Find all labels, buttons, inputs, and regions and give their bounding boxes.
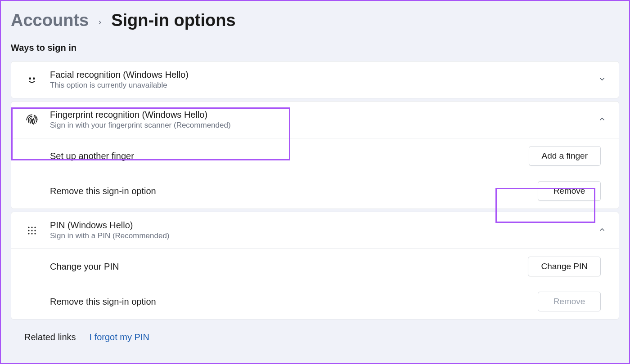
card-body-pin: Change your PIN Change PIN Remove this s… [11, 249, 619, 319]
svg-point-3 [31, 226, 32, 228]
svg-point-7 [34, 230, 36, 231]
chevron-up-icon [598, 115, 606, 125]
row-remove-pin: Remove this sign-in option Remove [11, 284, 619, 319]
card-text-pin: PIN (Windows Hello) Sign in with a PIN (… [50, 220, 598, 240]
svg-point-6 [31, 230, 32, 231]
add-finger-button[interactable]: Add a finger [529, 146, 601, 166]
remove-pin-button: Remove [538, 292, 601, 311]
face-icon [25, 73, 39, 87]
breadcrumb-parent[interactable]: Accounts [11, 11, 89, 30]
label-change-pin: Change your PIN [50, 262, 528, 272]
card-text-fingerprint: Fingerprint recognition (Windows Hello) … [50, 110, 598, 130]
label-setup-finger: Set up another finger [50, 151, 529, 161]
card-subtitle-facial: This option is currently unavailable [50, 81, 598, 90]
svg-point-10 [34, 233, 36, 234]
label-remove-fingerprint: Remove this sign-in option [50, 186, 538, 196]
card-body-fingerprint: Set up another finger Add a finger Remov… [11, 138, 619, 209]
svg-point-9 [31, 233, 32, 234]
label-remove-pin: Remove this sign-in option [50, 297, 538, 307]
card-header-pin[interactable]: PIN (Windows Hello) Sign in with a PIN (… [11, 212, 619, 249]
card-facial-recognition: Facial recognition (Windows Hello) This … [11, 61, 619, 98]
row-setup-finger: Set up another finger Add a finger [11, 138, 619, 173]
card-subtitle-fingerprint: Sign in with your fingerprint scanner (R… [50, 121, 598, 130]
forgot-pin-link[interactable]: I forgot my PIN [90, 332, 149, 342]
keypad-icon [25, 223, 39, 238]
svg-point-2 [28, 226, 29, 228]
svg-point-5 [28, 230, 29, 231]
svg-point-1 [33, 78, 35, 79]
breadcrumb: Accounts Sign-in options [11, 11, 619, 30]
card-fingerprint: Fingerprint recognition (Windows Hello) … [11, 101, 619, 209]
change-pin-button[interactable]: Change PIN [528, 257, 601, 276]
chevron-right-icon [97, 16, 103, 28]
card-title-pin: PIN (Windows Hello) [50, 220, 598, 231]
related-links: Related links I forgot my PIN [11, 322, 619, 342]
card-title-fingerprint: Fingerprint recognition (Windows Hello) [50, 110, 598, 120]
fingerprint-icon [25, 113, 39, 127]
related-links-label: Related links [24, 332, 76, 342]
chevron-down-icon [598, 75, 606, 85]
row-change-pin: Change your PIN Change PIN [11, 249, 619, 284]
card-header-facial[interactable]: Facial recognition (Windows Hello) This … [11, 62, 619, 98]
remove-fingerprint-button[interactable]: Remove [538, 181, 601, 201]
card-header-fingerprint[interactable]: Fingerprint recognition (Windows Hello) … [11, 102, 619, 138]
svg-point-0 [29, 78, 31, 79]
card-subtitle-pin: Sign in with a PIN (Recommended) [50, 231, 598, 240]
card-title-facial: Facial recognition (Windows Hello) [50, 70, 598, 80]
svg-point-8 [28, 233, 29, 234]
section-heading: Ways to sign in [11, 43, 619, 53]
card-text-facial: Facial recognition (Windows Hello) This … [50, 70, 598, 90]
card-pin: PIN (Windows Hello) Sign in with a PIN (… [11, 212, 619, 320]
page-title: Sign-in options [111, 11, 236, 30]
row-remove-fingerprint: Remove this sign-in option Remove [11, 173, 619, 209]
chevron-up-icon [598, 226, 606, 235]
svg-point-4 [34, 226, 36, 228]
